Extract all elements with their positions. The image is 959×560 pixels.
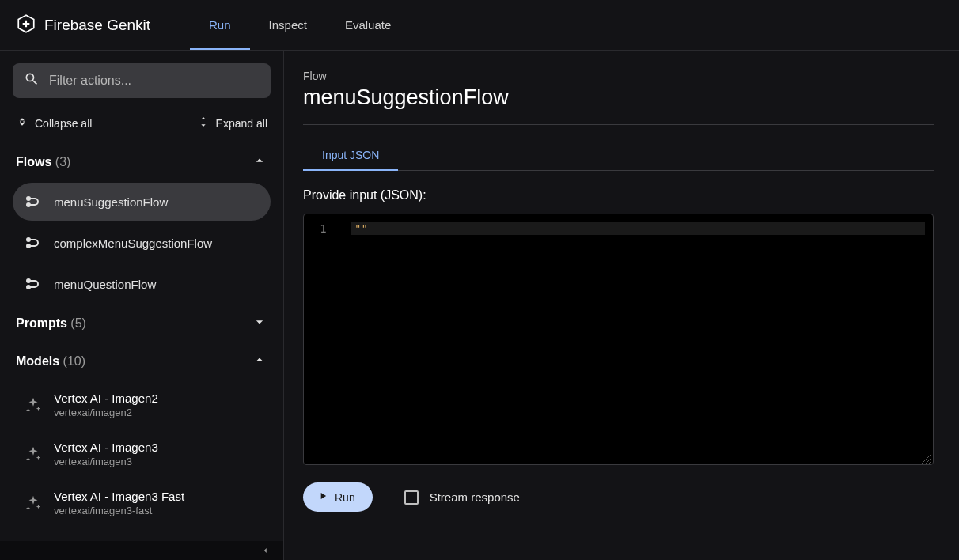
svg-point-3 bbox=[27, 238, 30, 241]
model-id: vertexai/imagen3 bbox=[54, 456, 158, 467]
sidebar-collapse-handle[interactable] bbox=[0, 541, 283, 560]
svg-point-4 bbox=[27, 244, 30, 248]
json-editor[interactable]: 1 "" bbox=[303, 214, 934, 465]
flow-item-complex-menu-suggestion[interactable]: complexMenuSuggestionFlow bbox=[13, 224, 271, 262]
firebase-genkit-logo-icon bbox=[16, 13, 36, 37]
nav-tab-run[interactable]: Run bbox=[190, 0, 250, 50]
resize-handle-icon[interactable] bbox=[922, 453, 931, 463]
svg-point-1 bbox=[27, 197, 30, 200]
flow-item-menu-question[interactable]: menuQuestionFlow bbox=[13, 265, 271, 303]
svg-point-6 bbox=[27, 286, 30, 289]
nav-tab-inspect[interactable]: Inspect bbox=[250, 0, 326, 50]
stream-response-checkbox[interactable]: Stream response bbox=[404, 490, 520, 505]
search-box[interactable] bbox=[13, 63, 271, 98]
checkbox-icon bbox=[404, 490, 419, 505]
sparkle-icon bbox=[24, 395, 43, 414]
divider bbox=[303, 124, 934, 125]
flow-icon bbox=[24, 192, 43, 211]
checkbox-label: Stream response bbox=[430, 490, 520, 504]
flow-icon bbox=[24, 233, 43, 252]
sparkle-icon bbox=[24, 445, 43, 464]
action-row: Run Stream response bbox=[303, 482, 934, 512]
model-item-imagen3-fast[interactable]: Vertex AI - Imagen3 Fast vertexai/imagen… bbox=[13, 480, 271, 526]
model-name: Vertex AI - Imagen3 Fast bbox=[54, 490, 184, 503]
model-id: vertexai/imagen3-fast bbox=[54, 505, 184, 516]
flow-item-menu-suggestion[interactable]: menuSuggestionFlow bbox=[13, 183, 271, 221]
sparkle-icon bbox=[24, 494, 43, 513]
model-name: Vertex AI - Imagen3 bbox=[54, 441, 158, 454]
flow-label: menuQuestionFlow bbox=[54, 278, 156, 291]
code-content[interactable]: "" bbox=[343, 214, 933, 464]
play-icon bbox=[317, 490, 328, 504]
chevron-up-icon bbox=[252, 153, 267, 172]
expand-all-button[interactable]: Expand all bbox=[197, 115, 267, 131]
collapse-controls: Collapse all Expand all bbox=[13, 109, 271, 143]
app-header: Firebase Genkit Run Inspect Evaluate bbox=[0, 0, 959, 51]
svg-point-5 bbox=[27, 279, 30, 282]
breadcrumb: Flow bbox=[303, 70, 934, 82]
line-gutter: 1 bbox=[304, 214, 343, 464]
model-item-imagen2[interactable]: Vertex AI - Imagen2 vertexai/imagen2 bbox=[13, 382, 271, 428]
sub-tabs: Input JSON bbox=[303, 141, 934, 171]
flow-icon bbox=[24, 274, 43, 293]
model-name: Vertex AI - Imagen2 bbox=[54, 392, 158, 405]
sidebar: Collapse all Expand all Flows (3) menuSu… bbox=[0, 51, 284, 560]
main-panel: Flow menuSuggestionFlow Input JSON Provi… bbox=[284, 51, 959, 560]
collapse-icon bbox=[16, 115, 28, 131]
flow-label: complexMenuSuggestionFlow bbox=[54, 236, 212, 250]
model-id: vertexai/imagen2 bbox=[54, 407, 158, 418]
svg-point-2 bbox=[27, 203, 30, 206]
chevron-down-icon bbox=[252, 314, 267, 333]
input-label: Provide input (JSON): bbox=[303, 188, 934, 202]
section-prompts-header[interactable]: Prompts (5) bbox=[13, 305, 271, 342]
logo: Firebase Genkit bbox=[16, 13, 190, 37]
flow-label: menuSuggestionFlow bbox=[54, 195, 168, 209]
section-flows-header[interactable]: Flows (3) bbox=[13, 143, 271, 181]
search-input[interactable] bbox=[49, 74, 260, 88]
expand-icon bbox=[197, 115, 210, 131]
chevron-up-icon bbox=[252, 352, 267, 371]
tab-input-json[interactable]: Input JSON bbox=[303, 141, 398, 171]
collapse-all-button[interactable]: Collapse all bbox=[16, 115, 92, 131]
nav-tab-evaluate[interactable]: Evaluate bbox=[326, 0, 410, 50]
run-button[interactable]: Run bbox=[303, 482, 373, 512]
page-title: menuSuggestionFlow bbox=[303, 85, 934, 110]
section-models-header[interactable]: Models (10) bbox=[13, 342, 271, 380]
brand-name: Firebase Genkit bbox=[44, 17, 150, 34]
search-icon bbox=[24, 71, 40, 90]
nav-tabs: Run Inspect Evaluate bbox=[190, 0, 410, 50]
model-item-imagen3[interactable]: Vertex AI - Imagen3 vertexai/imagen3 bbox=[13, 431, 271, 477]
